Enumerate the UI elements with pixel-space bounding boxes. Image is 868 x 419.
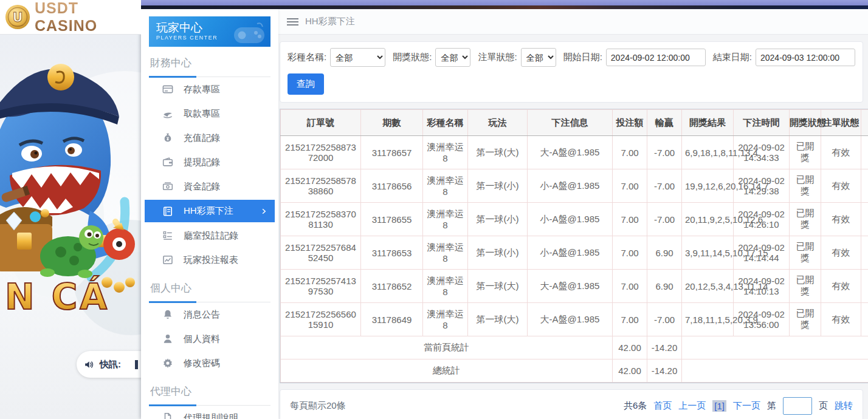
ticker-label: 快訊: xyxy=(100,359,121,370)
bets-table-wrap: 訂單號期數彩種名稱玩法下注信息投注額輸贏開獎結果下注時間開獎狀態注單狀態2152… xyxy=(280,109,868,383)
cell: 大-A盤@1.985 xyxy=(528,270,613,303)
jump-prefix-label: 第 xyxy=(767,400,776,412)
speaker-icon xyxy=(84,359,94,370)
ticker-text-fragment xyxy=(135,360,138,369)
sidebar-item-recharge-bag[interactable]: 充值記錄 xyxy=(149,126,270,150)
sidebar-item-deposit-card[interactable]: 存款專區 xyxy=(149,77,270,101)
bets-table: 訂單號期數彩種名稱玩法下注信息投注額輸贏開獎結果下注時間開獎狀態注單狀態2152… xyxy=(280,109,868,383)
page-jump-input[interactable] xyxy=(783,397,812,415)
deposit-card-icon xyxy=(162,84,173,95)
order-status-select[interactable]: 全部 xyxy=(521,48,556,67)
sidebar-item-withdraw-hand[interactable]: 取款專區 xyxy=(149,101,270,126)
cell: 已開獎 xyxy=(790,270,821,303)
sidebar-item-gear[interactable]: 修改密碼 xyxy=(149,351,270,375)
sidebar-item-funds-note[interactable]: 資金記錄 xyxy=(149,174,270,199)
topbar-strip xyxy=(141,0,868,5)
sidebar-item-label: 充值記錄 xyxy=(184,132,220,144)
bell-icon xyxy=(162,309,173,320)
sidebar-item-label: HH彩票下注 xyxy=(184,205,233,217)
summary-winloss-total: -14.20 xyxy=(647,336,682,359)
cell: 第一球(小) xyxy=(468,236,528,270)
cell: 31178649 xyxy=(361,303,423,336)
sidebar-item-lottery-ledger[interactable]: HH彩票下注 xyxy=(145,200,275,222)
gear-icon xyxy=(162,358,173,369)
sidebar-item-label: 資金記錄 xyxy=(184,181,220,192)
sidebar-item-label: 廳室投註記錄 xyxy=(184,230,238,242)
cell: 2152172525741397530 xyxy=(281,270,361,303)
column-header: 期數 xyxy=(361,110,423,136)
sidebar-item-document[interactable]: 代理規則說明 xyxy=(149,406,270,419)
table-row: 215217252585783886031178656澳洲幸运8第一球(小)小-… xyxy=(281,169,868,203)
jump-suffix-label: 页 xyxy=(819,400,828,412)
cell: 第一球(大) xyxy=(468,270,528,303)
sidebar-item-user[interactable]: 個人資料 xyxy=(149,327,270,351)
cell: 7.00 xyxy=(613,169,647,203)
cell xyxy=(861,270,868,303)
sidebar-item-label: 消息公告 xyxy=(184,309,220,321)
table-row: 215217252576845245031178653澳洲幸运8第一球(小)小-… xyxy=(281,236,868,270)
sidebar-section-title: 代理中心 xyxy=(149,384,270,398)
next-page-link[interactable]: 下一页 xyxy=(733,400,760,412)
first-page-link[interactable]: 首页 xyxy=(653,400,672,412)
cell: 有效 xyxy=(821,236,861,270)
draw-status-select[interactable]: 全部 xyxy=(435,48,470,67)
cell: 6,9,18,1,8,11,13,4 xyxy=(682,136,734,169)
cell: 有效 xyxy=(821,169,861,203)
main-content: 彩種名稱: 全部 開獎狀態: 全部 注單狀態: 全部 開始日期: 結束日期: 查… xyxy=(278,35,868,419)
cell: 31178656 xyxy=(361,169,423,203)
cell: 已開獎 xyxy=(790,169,821,203)
summary-bet-total: 42.00 xyxy=(613,336,647,359)
cell xyxy=(861,303,868,336)
column-header: 輸贏 xyxy=(647,110,682,136)
column-header: 訂單號 xyxy=(281,110,361,136)
start-date-label: 開始日期: xyxy=(563,52,602,63)
cell: 7.00 xyxy=(613,303,647,336)
end-date-label: 結束日期: xyxy=(713,52,752,63)
section-divider xyxy=(149,75,270,77)
cell: 6.90 xyxy=(647,270,682,303)
cell: 有效 xyxy=(821,303,861,336)
sidebar-item-report-chart[interactable]: 玩家投注報表 xyxy=(149,248,270,272)
start-date-input[interactable] xyxy=(606,49,706,66)
cell: 小-A盤@1.985 xyxy=(528,236,613,270)
cashout-wallet-icon xyxy=(162,157,173,168)
summary-empty xyxy=(682,336,868,359)
cell: 31178652 xyxy=(361,270,423,303)
lottery-type-select[interactable]: 全部 xyxy=(330,48,385,67)
search-button[interactable]: 查詢 xyxy=(288,73,324,95)
user-icon xyxy=(162,333,173,344)
current-page[interactable]: [1] xyxy=(712,400,726,412)
table-row: 215217252565601591031178649澳洲幸运8第一球(大)大-… xyxy=(281,303,868,336)
cell: -7.00 xyxy=(647,169,682,203)
cell: -7.00 xyxy=(647,136,682,169)
summary-row: 當前頁統計42.00-14.20 xyxy=(281,336,868,359)
sidebar-item-cashout-wallet[interactable]: 提現記錄 xyxy=(149,150,270,174)
cell: 澳洲幸运8 xyxy=(423,303,468,336)
lottery-ledger-icon xyxy=(162,206,173,217)
prev-page-link[interactable]: 上一页 xyxy=(678,400,706,412)
sidebar-item-hall-records[interactable]: 廳室投註記錄 xyxy=(149,223,270,248)
sidebar-section-title: 財務中心 xyxy=(149,56,270,70)
sidebar-item-label: 提現記錄 xyxy=(184,157,220,168)
hamburger-icon[interactable] xyxy=(287,18,298,26)
jump-button[interactable]: 跳转 xyxy=(835,400,853,412)
end-date-input[interactable] xyxy=(756,49,855,66)
cell: 3,9,11,14,5,10,17,15 xyxy=(682,236,734,270)
sidebar-item-bell[interactable]: 消息公告 xyxy=(149,302,270,327)
gamepad-icon xyxy=(232,20,266,47)
brand-logo[interactable]: U USDT CASINO xyxy=(0,0,141,35)
cell: 6.90 xyxy=(647,236,682,270)
cell: 7.00 xyxy=(613,136,647,169)
sidebar-item-label: 取款專區 xyxy=(184,108,220,120)
brand-name: USDT CASINO xyxy=(35,0,141,35)
cell xyxy=(861,136,868,169)
cell: 已開獎 xyxy=(790,136,821,169)
cell: 澳洲幸运8 xyxy=(423,203,468,236)
cell xyxy=(861,169,868,203)
sidebar: 玩家中心 PLAYERS CENTER 財務中心存款專區取款專區充值記錄提現記錄… xyxy=(141,9,278,419)
cell: 有效 xyxy=(821,136,861,169)
cell: 第一球(小) xyxy=(468,203,528,236)
table-row: 215217252574139753031178652澳洲幸运8第一球(大)大-… xyxy=(281,270,868,303)
total-count: 共6条 xyxy=(624,400,647,412)
summary-winloss-total: -14.20 xyxy=(647,359,682,383)
